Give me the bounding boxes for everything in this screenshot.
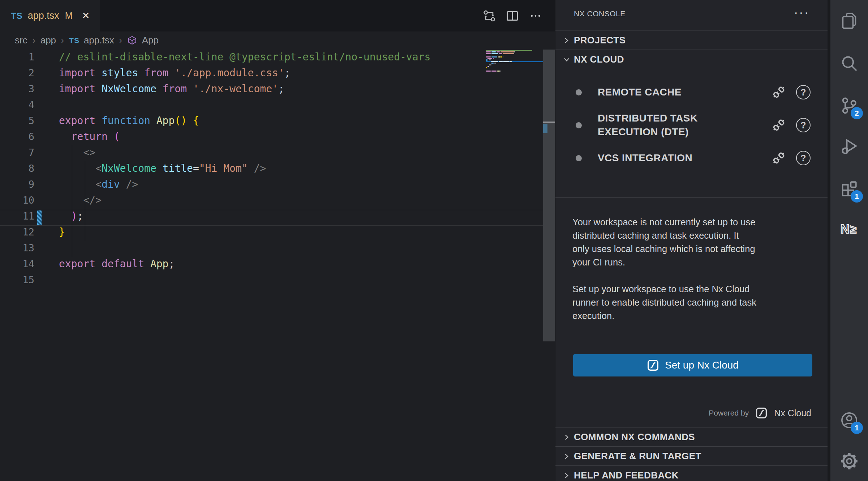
code-line[interactable]: // eslint-disable-next-line @typescript-… xyxy=(59,49,430,65)
compare-changes-icon[interactable] xyxy=(483,9,496,22)
activity-run-and-debug[interactable] xyxy=(830,128,868,165)
nx-console-panel: NX CONSOLE ··· PROJECTS NX CLOUD REMOTE … xyxy=(555,0,828,481)
vscode-window: TS app.tsx M ✕ xyxy=(0,0,868,481)
line-number: 14 xyxy=(0,256,34,272)
code-line[interactable]: return ( xyxy=(59,129,120,145)
nx-cloud-item[interactable]: DISTRIBUTED TASK EXECUTION (DTE)? xyxy=(555,108,828,142)
code-line[interactable]: ); xyxy=(59,208,83,224)
nx-cloud-brand-label: Nx Cloud xyxy=(774,408,811,418)
accounts-badge: 1 xyxy=(851,422,863,434)
extensions-badge: 1 xyxy=(851,190,863,203)
code-line[interactable]: export default App; xyxy=(59,256,175,272)
section-help-and-feedback[interactable]: HELP AND FEEDBACK xyxy=(555,466,828,481)
line-number: 3 xyxy=(0,81,34,97)
panel-edge xyxy=(828,0,830,481)
code-line[interactable]: </> xyxy=(59,192,102,208)
svg-text:≥: ≥ xyxy=(850,222,856,236)
symbol-class-icon xyxy=(127,35,137,45)
chevron-right-icon xyxy=(563,433,571,441)
line-number: 10 xyxy=(0,192,34,208)
minimap-line xyxy=(486,67,543,68)
code-line[interactable]: <NxWelcome title="Hi Mom" /> xyxy=(59,161,266,176)
section-common-nx-commands[interactable]: COMMON NX COMMANDS xyxy=(555,427,828,447)
help-question-icon[interactable]: ? xyxy=(796,118,811,132)
line-number: 9 xyxy=(0,176,34,192)
editor-actions xyxy=(477,0,555,31)
line-number: 7 xyxy=(0,145,34,161)
section-projects[interactable]: PROJECTS xyxy=(555,30,828,50)
code-line[interactable]: } xyxy=(59,224,65,240)
activity-nx-console[interactable]: N ≥ xyxy=(830,210,868,248)
nx-console-icon: N ≥ xyxy=(840,220,859,238)
connect-plug-icon[interactable] xyxy=(771,84,787,100)
source-control-badge: 2 xyxy=(851,107,863,119)
line-number: 8 xyxy=(0,161,34,176)
minimap-line xyxy=(486,56,543,58)
code-line[interactable]: export function App() { xyxy=(59,113,199,129)
status-dot-icon xyxy=(576,155,582,161)
chevron-right-icon: › xyxy=(33,35,35,46)
overview-ruler-modified-mark xyxy=(543,124,547,133)
close-tab-icon[interactable]: ✕ xyxy=(82,10,90,21)
panel-more-actions-icon[interactable]: ··· xyxy=(794,5,809,19)
connect-plug-icon[interactable] xyxy=(771,117,787,133)
code-editor[interactable]: 123456789101112131415 // eslint-disable-… xyxy=(0,49,555,481)
button-label: Set up Nx Cloud xyxy=(665,359,739,371)
nx-cloud-item[interactable]: REMOTE CACHE? xyxy=(555,81,828,103)
section-label: COMMON NX COMMANDS xyxy=(574,431,695,443)
connect-plug-icon[interactable] xyxy=(771,150,787,166)
help-question-icon[interactable]: ? xyxy=(796,151,811,165)
files-icon xyxy=(840,12,859,30)
minimap-line xyxy=(486,63,543,64)
line-number: 6 xyxy=(0,129,34,145)
code-line[interactable]: import NxWelcome from './nx-welcome'; xyxy=(59,81,284,97)
svg-text:N: N xyxy=(841,222,850,236)
minimap-line xyxy=(486,64,543,65)
editor-scrollbar[interactable] xyxy=(543,50,555,341)
minimap-line xyxy=(486,61,543,62)
breadcrumb-folder[interactable]: src xyxy=(15,35,27,46)
minimap-line xyxy=(486,69,543,70)
panel-title: NX CONSOLE xyxy=(574,9,626,18)
line-number: 4 xyxy=(0,97,34,113)
nx-cloud-item-label: REMOTE CACHE xyxy=(598,85,728,99)
typescript-file-icon: TS xyxy=(11,11,23,21)
activity-settings[interactable] xyxy=(830,442,868,480)
more-actions-icon[interactable] xyxy=(529,9,542,22)
breadcrumb-symbol[interactable]: App xyxy=(142,35,159,46)
activity-accounts[interactable]: 1 xyxy=(830,401,868,439)
line-number: 2 xyxy=(0,65,34,81)
code-line[interactable]: import styles from './app.module.css'; xyxy=(59,65,291,81)
activity-explorer[interactable] xyxy=(830,2,868,40)
activity-extensions[interactable]: 1 xyxy=(830,170,868,208)
tab-app-tsx[interactable]: TS app.tsx M ✕ xyxy=(0,0,100,31)
run-and-debug-icon xyxy=(840,137,859,156)
activity-source-control[interactable]: 2 xyxy=(830,87,868,124)
powered-by-label: Powered by xyxy=(709,409,749,417)
nx-cloud-item[interactable]: VCS INTEGRATION? xyxy=(555,147,828,169)
breadcrumb: src › app › TS app.tsx › App xyxy=(0,31,555,49)
nx-cloud-item-label: DISTRIBUTED TASK EXECUTION (DTE) xyxy=(598,111,728,139)
code-line[interactable]: <> xyxy=(59,145,95,161)
git-modified-badge: M xyxy=(65,10,73,21)
minimap[interactable] xyxy=(486,50,543,74)
chevron-down-icon xyxy=(563,56,571,64)
breadcrumb-folder[interactable]: app xyxy=(40,35,56,46)
section-nx-cloud[interactable]: NX CLOUD xyxy=(555,50,828,69)
line-number: 13 xyxy=(0,240,34,256)
set-up-nx-cloud-button[interactable]: Set up Nx Cloud xyxy=(573,354,812,376)
activity-search[interactable] xyxy=(830,44,868,82)
minimap-line xyxy=(486,71,543,72)
minimap-modified-indicator xyxy=(486,59,487,61)
section-generate-run-target[interactable]: GENERATE & RUN TARGET xyxy=(555,447,828,466)
help-question-icon[interactable]: ? xyxy=(796,85,811,99)
minimap-line xyxy=(486,58,543,59)
split-editor-icon[interactable] xyxy=(506,9,519,22)
code-line[interactable]: <div /> xyxy=(59,176,138,192)
line-number: 12 xyxy=(0,224,34,240)
powered-by-row: Powered by Nx Cloud xyxy=(555,407,811,419)
minimap-line xyxy=(486,51,543,52)
breadcrumb-file[interactable]: app.tsx xyxy=(84,35,114,46)
gutter-modified-indicator xyxy=(37,210,42,225)
chevron-right-icon: › xyxy=(119,35,122,46)
